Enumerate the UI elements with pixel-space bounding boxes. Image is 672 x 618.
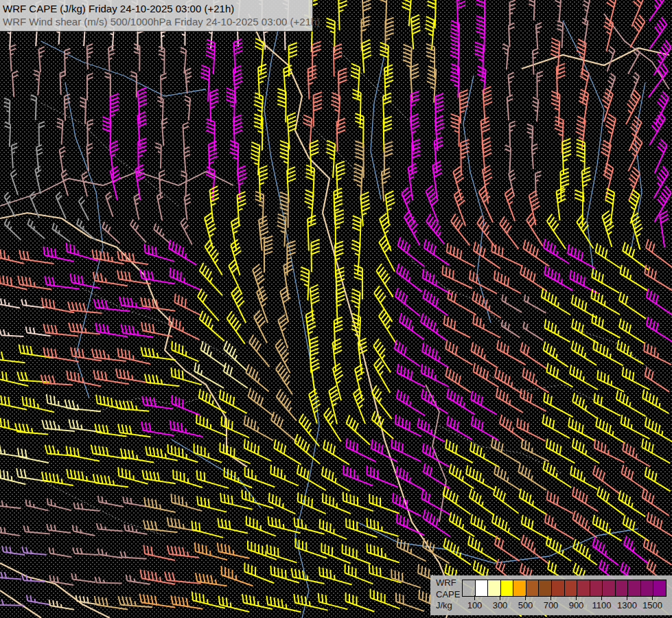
wind-barb xyxy=(200,341,226,367)
wind-barb xyxy=(47,499,71,511)
wind-barb xyxy=(306,310,316,346)
wind-barb xyxy=(86,144,93,171)
wind-barb xyxy=(184,147,190,172)
wind-barb xyxy=(143,545,175,560)
wind-barb xyxy=(362,40,371,73)
wind-barb xyxy=(5,219,21,240)
wind-barb xyxy=(181,218,192,244)
wind-barb xyxy=(397,389,425,415)
wind-barb xyxy=(24,526,50,534)
wind-barb xyxy=(523,322,543,341)
wind-barb xyxy=(218,518,248,533)
cape-scale-cell xyxy=(641,580,654,596)
cape-scale-tick xyxy=(652,595,653,600)
wind-barb xyxy=(172,395,200,415)
wind-barb xyxy=(398,238,425,267)
wind-barb xyxy=(443,538,471,565)
wind-barb xyxy=(645,467,671,491)
wind-barb xyxy=(577,215,593,249)
wind-barb xyxy=(71,573,95,582)
wind-barb xyxy=(142,396,173,409)
wind-barb xyxy=(426,214,445,244)
cape-scale-cell xyxy=(616,580,629,596)
wind-barb xyxy=(421,364,449,387)
wind-barb xyxy=(543,415,570,439)
wind-barb xyxy=(276,362,292,394)
wind-barb xyxy=(220,493,253,510)
wind-barb xyxy=(268,516,301,533)
wind-barb xyxy=(323,439,349,464)
wind-barb xyxy=(536,23,542,49)
wind-barb xyxy=(402,0,412,26)
wind-barb xyxy=(472,416,498,440)
wind-barb xyxy=(647,512,672,537)
wind-barb xyxy=(244,563,274,584)
wind-barb xyxy=(87,119,93,146)
wind-barb xyxy=(231,287,246,323)
wind-barb xyxy=(421,389,448,414)
wind-barb xyxy=(397,364,425,387)
wind-barb xyxy=(10,45,16,71)
wind-barb xyxy=(49,547,72,558)
wind-barb xyxy=(544,393,573,417)
wind-barb xyxy=(450,512,475,537)
wind-barb xyxy=(408,163,417,201)
wind-barb xyxy=(146,446,178,461)
wind-barb xyxy=(444,315,470,337)
wind-barb xyxy=(185,194,191,220)
wind-barb xyxy=(545,514,574,539)
wind-barb xyxy=(283,65,292,99)
cape-scale-cell xyxy=(628,580,641,596)
wind-barb xyxy=(21,299,44,308)
cape-legend: WRF CAPE J/kg 10030050070090011001300150… xyxy=(430,575,672,615)
wind-barb xyxy=(311,240,319,272)
wind-barb xyxy=(27,595,51,605)
wind-barb xyxy=(418,418,445,442)
wind-barb xyxy=(144,497,175,512)
wind-barb xyxy=(592,268,619,293)
wind-barb xyxy=(87,44,93,69)
wind-barb xyxy=(547,214,566,249)
wind-barb xyxy=(645,265,672,290)
wind-barb xyxy=(82,172,88,196)
wind-barb xyxy=(351,64,360,99)
wind-barb xyxy=(130,71,137,98)
wind-barb xyxy=(621,465,647,491)
wind-barb xyxy=(624,536,648,563)
wind-barb xyxy=(322,466,350,491)
wind-barb xyxy=(522,515,551,540)
wind-barb xyxy=(386,191,395,224)
wind-barb xyxy=(395,288,420,316)
wind-barb xyxy=(19,250,54,264)
wind-barb xyxy=(497,340,526,365)
wind-barb xyxy=(510,0,516,26)
cape-scale-cell xyxy=(653,580,666,596)
wind-barb xyxy=(542,288,570,315)
wind-barb xyxy=(155,143,161,168)
wind-barb xyxy=(404,210,420,245)
wind-barb xyxy=(140,594,176,608)
wind-barb xyxy=(312,42,321,78)
weather-map: WRF CAPE (J/kg) Friday 24-10-2025 03:00 … xyxy=(0,0,672,618)
cape-scale-tick xyxy=(525,595,526,600)
wind-barb xyxy=(649,0,667,21)
legend-label-unit: J/kg xyxy=(436,600,460,612)
wind-barb xyxy=(424,239,450,265)
wind-barb xyxy=(508,73,514,97)
wind-barb xyxy=(385,18,393,52)
wind-barb xyxy=(546,363,572,387)
wind-barb xyxy=(11,170,19,194)
wind-barb xyxy=(154,224,171,244)
wind-barb xyxy=(200,311,224,341)
wind-barb xyxy=(52,223,70,242)
wind-barb xyxy=(0,526,20,536)
wind-barb xyxy=(298,492,326,514)
wind-barb xyxy=(134,44,140,71)
wind-barb xyxy=(421,314,446,341)
wind-barb xyxy=(660,211,669,247)
wind-barb xyxy=(591,289,620,314)
legend-label-cape: CAPE xyxy=(436,589,460,601)
wind-barb xyxy=(141,422,174,435)
wind-barb xyxy=(645,367,670,392)
wind-barb-layer xyxy=(0,0,672,618)
